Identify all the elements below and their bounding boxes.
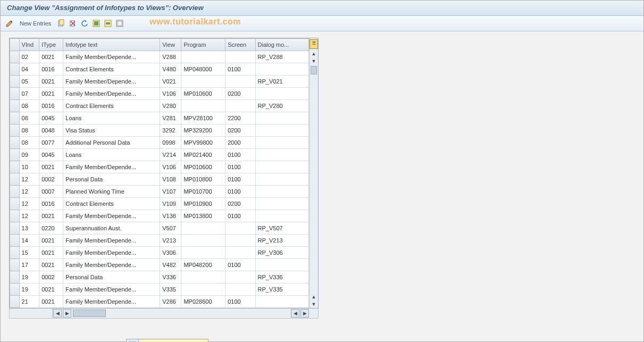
cell-program[interactable] (181, 76, 225, 88)
cell-dialog[interactable] (255, 198, 308, 210)
scroll-up2-icon[interactable]: ▲ (311, 294, 317, 300)
cell-text[interactable]: Family Member/Depende... (63, 296, 160, 308)
hscroll-left2-icon[interactable]: ◀ (291, 309, 299, 318)
table-row[interactable]: 120021Family Member/Depende...V138MP0138… (10, 210, 309, 222)
cell-program[interactable]: MP048000 (181, 63, 225, 76)
cell-program[interactable] (181, 235, 225, 247)
table-row[interactable]: 090045LoansV214MP0214000100 (10, 149, 309, 161)
cell-text[interactable]: Family Member/Depende... (63, 235, 160, 247)
col-dialog[interactable]: Dialog mo... (255, 39, 308, 51)
scroll-up-icon[interactable]: ▲ (311, 51, 317, 57)
cell-itype[interactable]: 0077 (39, 137, 63, 149)
table-row[interactable]: 080048Visa Status3292MP3292000200 (10, 124, 309, 137)
cell-dialog[interactable]: RP_V280 (255, 100, 308, 112)
deselect-all-icon[interactable] (115, 19, 124, 28)
cell-program[interactable]: MP010700 (181, 186, 225, 198)
cell-vind[interactable]: 14 (19, 235, 39, 247)
cell-screen[interactable]: 0100 (225, 161, 255, 173)
cell-itype[interactable]: 0045 (39, 149, 63, 161)
cell-text[interactable]: Contract Elements (63, 100, 160, 112)
cell-screen[interactable]: 0100 (225, 173, 255, 186)
cell-text[interactable]: Loans (63, 112, 160, 124)
cell-vind[interactable]: 04 (19, 63, 39, 76)
horizontal-scrollbar[interactable]: ◀ ▶ ◀ ▶ (9, 308, 319, 319)
cell-dialog[interactable] (255, 88, 308, 100)
vertical-scrollbar[interactable]: ☰ ▲ ▼ ▲ ▼ (309, 38, 318, 308)
cell-text[interactable]: Contract Elements (63, 63, 160, 76)
cell-screen[interactable] (225, 235, 255, 247)
cell-vind[interactable]: 10 (19, 161, 39, 173)
cell-dialog[interactable] (255, 137, 308, 149)
cell-itype[interactable]: 0021 (39, 283, 63, 296)
cell-itype[interactable]: 0021 (39, 296, 63, 308)
cell-program[interactable] (181, 100, 225, 112)
col-vind[interactable]: VInd (19, 39, 39, 51)
cell-program[interactable]: MP329200 (181, 124, 225, 137)
cell-screen[interactable]: 0100 (225, 259, 255, 271)
cell-view[interactable]: V280 (160, 100, 181, 112)
cell-view[interactable]: V480 (160, 63, 181, 76)
cell-screen[interactable] (225, 76, 255, 88)
cell-dialog[interactable] (255, 259, 308, 271)
cell-view[interactable]: V107 (160, 186, 181, 198)
cell-view[interactable]: V286 (160, 296, 181, 308)
cell-dialog[interactable] (255, 63, 308, 76)
cell-text[interactable]: Family Member/Depende... (63, 210, 160, 222)
cell-view[interactable]: V109 (160, 198, 181, 210)
cell-vind[interactable]: 19 (19, 283, 39, 296)
cell-screen[interactable]: 2000 (225, 137, 255, 149)
cell-dialog[interactable]: RP_V336 (255, 271, 308, 283)
cell-view[interactable]: 0998 (160, 137, 181, 149)
col-text[interactable]: Infotype text (63, 39, 160, 51)
cell-text[interactable]: Family Member/Depende... (63, 259, 160, 271)
table-row[interactable]: 130220Superannuation Aust.V507RP_V507 (10, 222, 309, 235)
row-selector[interactable] (10, 63, 20, 76)
col-screen[interactable]: Screen (225, 39, 255, 51)
cell-vind[interactable]: 08 (19, 112, 39, 124)
table-settings-icon[interactable]: ☰ (310, 39, 318, 49)
cell-screen[interactable]: 0100 (225, 186, 255, 198)
copy-as-icon[interactable] (56, 19, 66, 28)
cell-text[interactable]: Additional Personal Data (63, 137, 160, 149)
cell-text[interactable]: Planned Working Time (63, 186, 160, 198)
cell-vind[interactable]: 21 (19, 296, 39, 308)
cell-vind[interactable]: 08 (19, 100, 39, 112)
row-selector[interactable] (10, 112, 20, 124)
cell-program[interactable]: MP010600 (181, 88, 225, 100)
row-selector[interactable] (10, 259, 20, 271)
cell-vind[interactable]: 08 (19, 137, 39, 149)
undo-icon[interactable] (80, 19, 89, 28)
cell-screen[interactable] (225, 271, 255, 283)
cell-itype[interactable]: 0220 (39, 222, 63, 235)
cell-text[interactable]: Family Member/Depende... (63, 161, 160, 173)
cell-vind[interactable]: 17 (19, 259, 39, 271)
new-entries-button[interactable]: New Entries (16, 19, 54, 28)
row-selector[interactable] (10, 124, 20, 137)
row-selector[interactable] (10, 137, 20, 149)
row-selector[interactable] (10, 161, 20, 173)
cell-dialog[interactable]: RP_V288 (255, 51, 308, 63)
cell-program[interactable]: MP013800 (181, 210, 225, 222)
table-row[interactable]: 020021Family Member/Depende...V288RP_V28… (10, 51, 309, 63)
col-select[interactable] (10, 39, 20, 51)
table-row[interactable]: 100021Family Member/Depende...V106MP0106… (10, 161, 309, 173)
cell-view[interactable]: V106 (160, 88, 181, 100)
cell-dialog[interactable] (255, 124, 308, 137)
cell-dialog[interactable]: RP_V335 (255, 283, 308, 296)
cell-screen[interactable] (225, 222, 255, 235)
cell-text[interactable]: Personal Data (63, 173, 160, 186)
cell-dialog[interactable] (255, 112, 308, 124)
cell-vind[interactable]: 07 (19, 88, 39, 100)
cell-screen[interactable]: 2200 (225, 112, 255, 124)
cell-dialog[interactable] (255, 173, 308, 186)
table-row[interactable]: 080077Additional Personal Data0998MPV998… (10, 137, 309, 149)
table-row[interactable]: 120007Planned Working TimeV107MP01070001… (10, 186, 309, 198)
cell-text[interactable]: Family Member/Depende... (63, 247, 160, 259)
cell-view[interactable]: V336 (160, 271, 181, 283)
cell-vind[interactable]: 13 (19, 222, 39, 235)
cell-dialog[interactable] (255, 186, 308, 198)
row-selector[interactable] (10, 235, 20, 247)
row-selector[interactable] (10, 173, 20, 186)
scroll-down-icon[interactable]: ▼ (311, 58, 317, 64)
cell-view[interactable]: V138 (160, 210, 181, 222)
